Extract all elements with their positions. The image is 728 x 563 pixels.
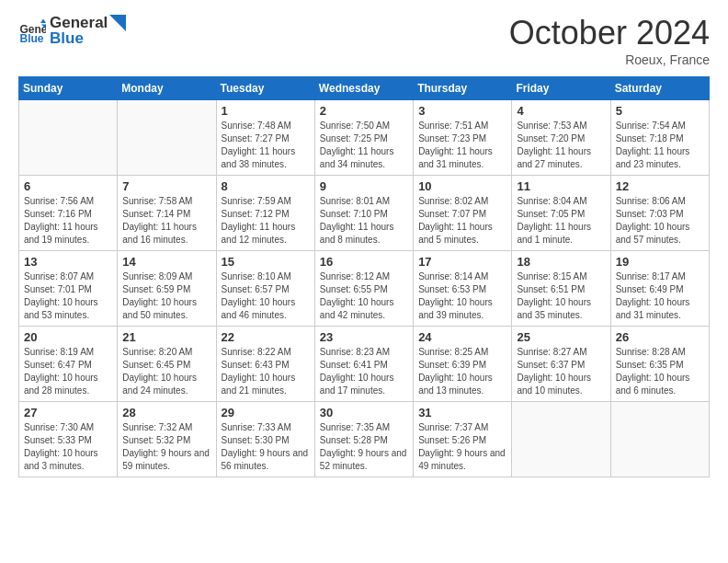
calendar-cell: 15Sunrise: 8:10 AMSunset: 6:57 PMDayligh… <box>216 251 314 327</box>
weekday-header: Friday <box>512 77 610 100</box>
day-number: 26 <box>616 330 704 344</box>
day-info: Sunrise: 8:07 AMSunset: 7:01 PMDaylight:… <box>24 270 112 322</box>
day-number: 13 <box>24 255 112 269</box>
calendar-cell: 16Sunrise: 8:12 AMSunset: 6:55 PMDayligh… <box>314 251 413 327</box>
day-number: 24 <box>418 330 506 344</box>
calendar-cell: 17Sunrise: 8:14 AMSunset: 6:53 PMDayligh… <box>414 251 512 327</box>
day-info: Sunrise: 8:10 AMSunset: 6:57 PMDaylight:… <box>222 270 310 322</box>
weekday-header: Sunday <box>19 77 118 100</box>
calendar-cell: 23Sunrise: 8:23 AMSunset: 6:41 PMDayligh… <box>314 327 413 402</box>
svg-marker-2 <box>40 18 46 23</box>
calendar-cell: 21Sunrise: 8:20 AMSunset: 6:45 PMDayligh… <box>118 327 216 402</box>
day-info: Sunrise: 7:32 AMSunset: 5:32 PMDaylight:… <box>122 421 210 473</box>
day-info: Sunrise: 7:58 AMSunset: 7:14 PMDaylight:… <box>122 195 210 247</box>
calendar-cell: 10Sunrise: 8:02 AMSunset: 7:07 PMDayligh… <box>414 176 512 251</box>
calendar-cell: 9Sunrise: 8:01 AMSunset: 7:10 PMDaylight… <box>314 176 413 251</box>
calendar-cell: 8Sunrise: 7:59 AMSunset: 7:12 PMDaylight… <box>216 176 314 251</box>
day-number: 23 <box>320 330 408 344</box>
weekday-header: Wednesday <box>314 77 413 100</box>
day-number: 21 <box>122 330 210 344</box>
day-info: Sunrise: 7:48 AMSunset: 7:27 PMDaylight:… <box>222 120 310 171</box>
day-number: 4 <box>517 104 605 118</box>
day-number: 8 <box>222 179 310 193</box>
day-info: Sunrise: 8:06 AMSunset: 7:03 PMDaylight:… <box>616 195 704 247</box>
calendar-cell: 30Sunrise: 7:35 AMSunset: 5:28 PMDayligh… <box>314 402 413 477</box>
day-info: Sunrise: 7:53 AMSunset: 7:20 PMDaylight:… <box>517 120 605 171</box>
day-info: Sunrise: 8:19 AMSunset: 6:47 PMDaylight:… <box>24 346 112 397</box>
day-number: 19 <box>616 255 704 269</box>
calendar-cell: 24Sunrise: 8:25 AMSunset: 6:39 PMDayligh… <box>414 327 512 402</box>
day-info: Sunrise: 7:54 AMSunset: 7:18 PMDaylight:… <box>616 120 704 171</box>
header: General Blue General Blue October 2024 R… <box>18 14 710 67</box>
calendar-cell: 20Sunrise: 8:19 AMSunset: 6:47 PMDayligh… <box>19 327 118 402</box>
calendar-week-row: 20Sunrise: 8:19 AMSunset: 6:47 PMDayligh… <box>19 327 710 402</box>
day-info: Sunrise: 8:15 AMSunset: 6:51 PMDaylight:… <box>517 270 605 322</box>
calendar-cell: 7Sunrise: 7:58 AMSunset: 7:14 PMDaylight… <box>118 176 216 251</box>
calendar-cell: 4Sunrise: 7:53 AMSunset: 7:20 PMDaylight… <box>512 100 610 176</box>
calendar-cell: 6Sunrise: 7:56 AMSunset: 7:16 PMDaylight… <box>19 176 118 251</box>
weekday-header: Saturday <box>610 77 709 100</box>
day-number: 1 <box>222 104 310 118</box>
day-info: Sunrise: 7:50 AMSunset: 7:25 PMDaylight:… <box>320 120 408 171</box>
day-number: 29 <box>222 406 310 419</box>
day-info: Sunrise: 8:28 AMSunset: 6:35 PMDaylight:… <box>616 346 704 397</box>
logo: General Blue General Blue <box>18 14 126 48</box>
day-number: 5 <box>616 104 704 118</box>
calendar-cell: 22Sunrise: 8:22 AMSunset: 6:43 PMDayligh… <box>216 327 314 402</box>
calendar-cell: 5Sunrise: 7:54 AMSunset: 7:18 PMDaylight… <box>610 100 709 176</box>
day-info: Sunrise: 8:02 AMSunset: 7:07 PMDaylight:… <box>418 195 506 247</box>
calendar-cell: 29Sunrise: 7:33 AMSunset: 5:30 PMDayligh… <box>216 402 314 477</box>
calendar-cell: 18Sunrise: 8:15 AMSunset: 6:51 PMDayligh… <box>512 251 610 327</box>
day-number: 31 <box>418 406 506 419</box>
logo-triangle-icon <box>109 15 126 31</box>
day-info: Sunrise: 8:01 AMSunset: 7:10 PMDaylight:… <box>320 195 408 247</box>
svg-text:Blue: Blue <box>20 32 44 45</box>
calendar-cell <box>19 100 118 176</box>
svg-marker-4 <box>109 15 126 31</box>
weekday-header: Tuesday <box>216 77 314 100</box>
calendar-cell: 19Sunrise: 8:17 AMSunset: 6:49 PMDayligh… <box>610 251 709 327</box>
day-number: 2 <box>320 104 408 118</box>
day-info: Sunrise: 8:09 AMSunset: 6:59 PMDaylight:… <box>122 270 210 322</box>
day-number: 30 <box>320 406 408 419</box>
day-number: 25 <box>517 330 605 344</box>
calendar-cell <box>118 100 216 176</box>
day-info: Sunrise: 8:17 AMSunset: 6:49 PMDaylight:… <box>616 270 704 322</box>
calendar-cell: 11Sunrise: 8:04 AMSunset: 7:05 PMDayligh… <box>512 176 610 251</box>
calendar-week-row: 27Sunrise: 7:30 AMSunset: 5:33 PMDayligh… <box>19 402 710 477</box>
day-number: 14 <box>122 255 210 269</box>
day-number: 7 <box>122 179 210 193</box>
day-number: 11 <box>517 179 605 193</box>
day-number: 15 <box>222 255 310 269</box>
day-info: Sunrise: 7:51 AMSunset: 7:23 PMDaylight:… <box>418 120 506 171</box>
calendar-cell: 27Sunrise: 7:30 AMSunset: 5:33 PMDayligh… <box>19 402 118 477</box>
calendar-cell: 13Sunrise: 8:07 AMSunset: 7:01 PMDayligh… <box>19 251 118 327</box>
calendar-cell: 26Sunrise: 8:28 AMSunset: 6:35 PMDayligh… <box>610 327 709 402</box>
month-title: October 2024 <box>509 14 710 52</box>
day-info: Sunrise: 7:37 AMSunset: 5:26 PMDaylight:… <box>418 421 506 473</box>
header-row: SundayMondayTuesdayWednesdayThursdayFrid… <box>19 77 710 100</box>
day-number: 22 <box>222 330 310 344</box>
day-number: 28 <box>122 406 210 419</box>
calendar-cell: 25Sunrise: 8:27 AMSunset: 6:37 PMDayligh… <box>512 327 610 402</box>
calendar-cell: 28Sunrise: 7:32 AMSunset: 5:32 PMDayligh… <box>118 402 216 477</box>
day-info: Sunrise: 8:25 AMSunset: 6:39 PMDaylight:… <box>418 346 506 397</box>
calendar-cell: 12Sunrise: 8:06 AMSunset: 7:03 PMDayligh… <box>610 176 709 251</box>
day-info: Sunrise: 8:04 AMSunset: 7:05 PMDaylight:… <box>517 195 605 247</box>
logo-icon: General Blue <box>18 17 46 45</box>
calendar-week-row: 1Sunrise: 7:48 AMSunset: 7:27 PMDaylight… <box>19 100 710 176</box>
day-info: Sunrise: 8:23 AMSunset: 6:41 PMDaylight:… <box>320 346 408 397</box>
day-info: Sunrise: 8:20 AMSunset: 6:45 PMDaylight:… <box>122 346 210 397</box>
day-number: 20 <box>24 330 112 344</box>
title-block: October 2024 Roeux, France <box>509 14 710 67</box>
logo-blue: Blue <box>50 29 126 48</box>
weekday-header: Monday <box>118 77 216 100</box>
calendar-cell <box>512 402 610 477</box>
day-number: 6 <box>24 179 112 193</box>
calendar-cell: 3Sunrise: 7:51 AMSunset: 7:23 PMDaylight… <box>414 100 512 176</box>
day-info: Sunrise: 7:56 AMSunset: 7:16 PMDaylight:… <box>24 195 112 247</box>
day-number: 27 <box>24 406 112 419</box>
calendar-table: SundayMondayTuesdayWednesdayThursdayFrid… <box>18 76 710 477</box>
location: Roeux, France <box>509 52 710 67</box>
calendar-cell <box>610 402 709 477</box>
